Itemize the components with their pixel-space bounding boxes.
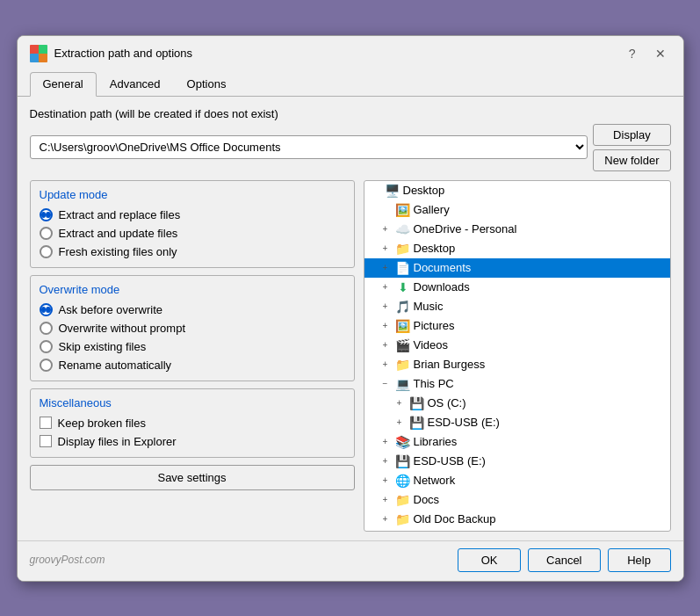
display-button[interactable]: Display [593,124,670,146]
expand-icon: + [379,454,393,468]
title-bar: Extraction path and options ? ✕ [18,36,683,68]
watermark: groovyPost.com [30,554,105,566]
tree-item[interactable]: + 💾 ESD-USB (E:) [364,413,670,432]
checkbox-keep-broken [40,417,52,429]
radio-fresh-existing [40,245,53,258]
update-mode-option-0[interactable]: Extract and replace files [40,208,345,221]
expand-icon: + [393,416,407,430]
app-icon [30,45,47,62]
expand-icon: + [379,280,393,294]
update-mode-section: Update mode Extract and replace files Ex… [30,180,355,268]
overwrite-mode-title: Overwrite mode [40,283,345,296]
destination-label: Destination path (will be created if doe… [30,107,671,120]
expand-icon: + [379,338,393,352]
documents-icon: 📄 [395,261,411,275]
main-content: Update mode Extract and replace files Ex… [30,180,671,532]
tree-item[interactable]: 🖥️ Desktop [364,181,670,200]
destination-section: Destination path (will be created if doe… [30,107,671,171]
svg-rect-0 [30,45,39,54]
cancel-button[interactable]: Cancel [528,548,600,572]
tabs-bar: General Advanced Options [18,68,683,97]
tree-item[interactable]: + 📁 Docs [364,490,670,510]
overwrite-mode-group: Ask before overwrite Overwrite without p… [40,303,345,372]
dialog-buttons: OK Cancel Help [458,548,670,572]
radio-ask-overwrite [40,303,53,316]
usb-drive-icon: 💾 [395,454,411,468]
svg-rect-2 [30,54,39,62]
file-tree[interactable]: 🖥️ Desktop 🖼️ Gallery + ☁️ OneDrive - Pe… [364,180,671,532]
pictures-icon: 🖼️ [395,319,411,333]
expand-icon: + [379,493,393,507]
tab-general[interactable]: General [30,72,97,97]
folder-icon: 📁 [395,358,411,372]
expand-icon: + [379,435,393,449]
update-mode-group: Extract and replace files Extract and up… [40,208,345,258]
backup-folder-icon: 📁 [395,512,411,526]
videos-icon: 🎬 [395,338,411,352]
radio-rename-auto [40,359,53,372]
tree-item[interactable]: + 📁 Old Doc Backup [364,510,670,529]
radio-extract-update [40,227,53,240]
gallery-icon: 🖼️ [395,203,411,217]
expand-icon: − [379,377,393,391]
tree-item[interactable]: + 📁 Brian Burgess [364,355,670,374]
tree-item-thispc[interactable]: − 💻 This PC [364,374,670,394]
folder-icon: 🖥️ [385,184,401,198]
tree-item-documents[interactable]: + 📄 Documents [364,258,670,278]
misc-group: Keep broken files Display files in Explo… [40,417,345,448]
save-settings-button[interactable]: Save settings [30,465,355,490]
tree-item[interactable]: + 📁 Desktop [364,239,670,258]
update-mode-option-2[interactable]: Fresh existing files only [40,245,345,258]
miscellaneous-section: Miscellaneous Keep broken files Display … [30,388,355,458]
tree-item[interactable]: + 🎬 Videos [364,336,670,355]
svg-rect-1 [39,45,47,54]
overwrite-option-3[interactable]: Rename automatically [40,359,345,372]
radio-skip-existing [40,340,53,353]
tree-item[interactable]: + 🎵 Music [364,297,670,316]
help-button[interactable]: ? [624,45,641,62]
extraction-dialog: Extraction path and options ? ✕ General … [17,35,684,582]
folder-icon: 📁 [395,242,411,256]
tree-item[interactable]: + 💾 OS (C:) [364,394,670,413]
tree-item[interactable]: + ⬇ Downloads [364,278,670,297]
tree-item[interactable]: + ☁️ OneDrive - Personal [364,220,670,239]
ok-button[interactable]: OK [458,548,521,572]
radio-overwrite-noprompt [40,322,53,335]
expand-icon: + [379,261,393,275]
tab-options[interactable]: Options [174,72,240,97]
misc-option-0[interactable]: Keep broken files [40,417,345,430]
expand-icon: + [379,319,393,333]
overwrite-option-2[interactable]: Skip existing files [40,340,345,353]
expand-icon: + [379,222,393,236]
pc-icon: 💻 [395,377,411,391]
tree-item[interactable]: + 💾 ESD-USB (E:) [364,452,670,471]
tree-item[interactable]: 🖼️ Gallery [364,200,670,220]
expand-icon [368,184,382,198]
expand-icon: + [379,474,393,488]
destination-input[interactable]: C:\Users\groov\OneDrive\MS Office Docume… [30,135,588,159]
update-mode-option-1[interactable]: Extract and update files [40,227,345,240]
onedrive-icon: ☁️ [395,222,411,236]
tree-item[interactable]: + 📚 Libraries [364,432,670,452]
svg-rect-3 [39,54,47,62]
overwrite-option-1[interactable]: Overwrite without prompt [40,322,345,335]
bottom-bar: groovyPost.com OK Cancel Help [18,540,683,581]
tree-item[interactable]: + 🖼️ Pictures [364,316,670,336]
tree-item[interactable]: + 🌐 Network [364,471,670,490]
close-button[interactable]: ✕ [650,45,671,62]
left-panel: Update mode Extract and replace files Ex… [30,180,355,532]
expand-icon: + [379,242,393,256]
new-folder-button[interactable]: New folder [593,149,670,171]
expand-icon: + [379,358,393,372]
dialog-body: Destination path (will be created if doe… [18,97,683,540]
help-dialog-button[interactable]: Help [608,548,671,572]
overwrite-option-0[interactable]: Ask before overwrite [40,303,345,316]
docs-folder-icon: 📁 [395,493,411,507]
checkbox-display-explorer [40,435,52,447]
title-bar-left: Extraction path and options [30,45,193,62]
tab-advanced[interactable]: Advanced [97,72,174,97]
misc-option-1[interactable]: Display files in Explorer [40,435,345,448]
overwrite-mode-section: Overwrite mode Ask before overwrite Over… [30,275,355,381]
dialog-title: Extraction path and options [54,47,193,60]
expand-icon: + [393,396,407,410]
